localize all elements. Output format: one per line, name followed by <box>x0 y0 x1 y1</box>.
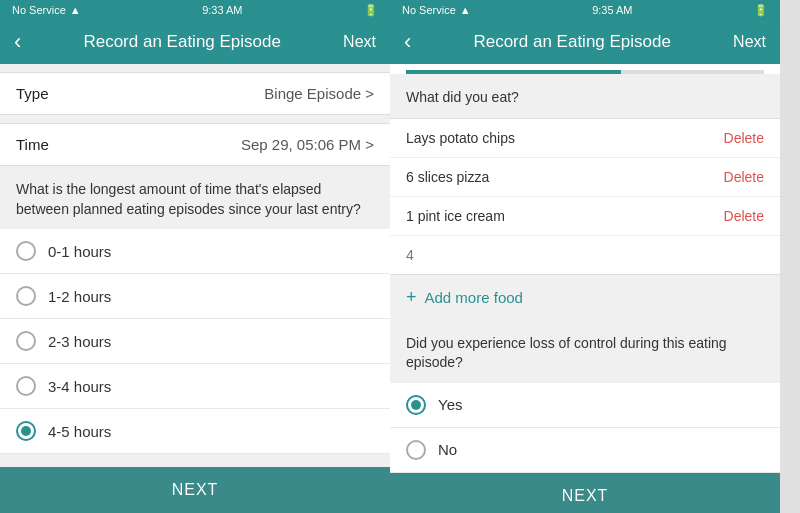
status-left-1: No Service ▲ <box>12 4 81 16</box>
radio-label-0: 0-1 hours <box>48 243 111 260</box>
screen-2: No Service ▲ 9:35 AM 🔋 ‹ Record an Eatin… <box>390 0 780 513</box>
next-button-nav-2[interactable]: Next <box>733 33 766 51</box>
radio-item-2[interactable]: 2-3 hours <box>0 319 390 364</box>
food-delete-2[interactable]: Delete <box>724 208 764 224</box>
radio-circle-no <box>406 440 426 460</box>
control-item-yes[interactable]: Yes <box>390 383 780 428</box>
radio-label-3: 3-4 hours <box>48 378 111 395</box>
radio-item-4[interactable]: 4-5 hours <box>0 409 390 454</box>
content-1: Type Binge Episode > Time Sep 29, 05:06 … <box>0 64 390 513</box>
food-item-0: Lays potato chips Delete <box>390 119 780 158</box>
question-text-1: What is the longest amount of time that'… <box>0 166 390 229</box>
food-delete-1[interactable]: Delete <box>724 169 764 185</box>
radio-group-2: Yes No <box>390 383 780 473</box>
food-name-2: 1 pint ice cream <box>406 208 505 224</box>
type-value: Binge Episode > <box>264 85 374 102</box>
carrier-2: No Service <box>402 4 456 16</box>
progress-container <box>390 64 780 74</box>
radio-item-3[interactable]: 3-4 hours <box>0 364 390 409</box>
next-button-bottom-1[interactable]: NEXT <box>0 467 390 513</box>
next-button-bottom-2[interactable]: NEXT <box>390 473 780 513</box>
battery-icon-2: 🔋 <box>754 4 768 17</box>
add-food-row[interactable]: + Add more food <box>390 275 780 320</box>
status-right-2: 🔋 <box>754 4 768 17</box>
battery-icon-1: 🔋 <box>364 4 378 17</box>
radio-item-0[interactable]: 0-1 hours <box>0 229 390 274</box>
status-bar-1: No Service ▲ 9:33 AM 🔋 <box>0 0 390 20</box>
status-left-2: No Service ▲ <box>402 4 471 16</box>
nav-title-1: Record an Eating Episode <box>83 32 281 52</box>
screen-1: No Service ▲ 9:33 AM 🔋 ‹ Record an Eatin… <box>0 0 390 513</box>
back-button-1[interactable]: ‹ <box>14 29 21 55</box>
radio-label-2: 2-3 hours <box>48 333 111 350</box>
radio-circle-yes <box>406 395 426 415</box>
food-name-1: 6 slices pizza <box>406 169 489 185</box>
food-delete-0[interactable]: Delete <box>724 130 764 146</box>
time-2: 9:35 AM <box>592 4 632 16</box>
question-text-3: Did you experience loss of control durin… <box>390 320 780 383</box>
question-text-2: What did you eat? <box>390 74 780 118</box>
radio-circle-4 <box>16 421 36 441</box>
wifi-icon-2: ▲ <box>460 4 471 16</box>
radio-item-1[interactable]: 1-2 hours <box>0 274 390 319</box>
time-value: Sep 29, 05:06 PM > <box>241 136 374 153</box>
add-food-label: Add more food <box>425 289 523 306</box>
control-item-no[interactable]: No <box>390 428 780 473</box>
time-1: 9:33 AM <box>202 4 242 16</box>
radio-label-yes: Yes <box>438 396 462 413</box>
food-item-2: 1 pint ice cream Delete <box>390 197 780 236</box>
food-list: Lays potato chips Delete 6 slices pizza … <box>390 118 780 275</box>
radio-circle-2 <box>16 331 36 351</box>
wifi-icon-1: ▲ <box>70 4 81 16</box>
radio-circle-1 <box>16 286 36 306</box>
type-row[interactable]: Type Binge Episode > <box>0 72 390 115</box>
next-button-nav-1[interactable]: Next <box>343 33 376 51</box>
time-row[interactable]: Time Sep 29, 05:06 PM > <box>0 123 390 166</box>
radio-group-1: 0-1 hours 1-2 hours 2-3 hours 3-4 hours … <box>0 229 390 454</box>
food-name-0: Lays potato chips <box>406 130 515 146</box>
food-input-row[interactable] <box>390 236 780 274</box>
radio-circle-0 <box>16 241 36 261</box>
nav-title-2: Record an Eating Episode <box>473 32 671 52</box>
radio-label-no: No <box>438 441 457 458</box>
content-2: What did you eat? Lays potato chips Dele… <box>390 64 780 513</box>
radio-label-1: 1-2 hours <box>48 288 111 305</box>
radio-circle-3 <box>16 376 36 396</box>
carrier-1: No Service <box>12 4 66 16</box>
add-icon: + <box>406 287 417 308</box>
nav-bar-1: ‹ Record an Eating Episode Next <box>0 20 390 64</box>
food-item-1: 6 slices pizza Delete <box>390 158 780 197</box>
nav-bar-2: ‹ Record an Eating Episode Next <box>390 20 780 64</box>
status-right-1: 🔋 <box>364 4 378 17</box>
type-label: Type <box>16 85 49 102</box>
time-label: Time <box>16 136 49 153</box>
status-bar-2: No Service ▲ 9:35 AM 🔋 <box>390 0 780 20</box>
back-button-2[interactable]: ‹ <box>404 29 411 55</box>
food-input-field[interactable] <box>406 247 764 263</box>
radio-label-4: 4-5 hours <box>48 423 111 440</box>
